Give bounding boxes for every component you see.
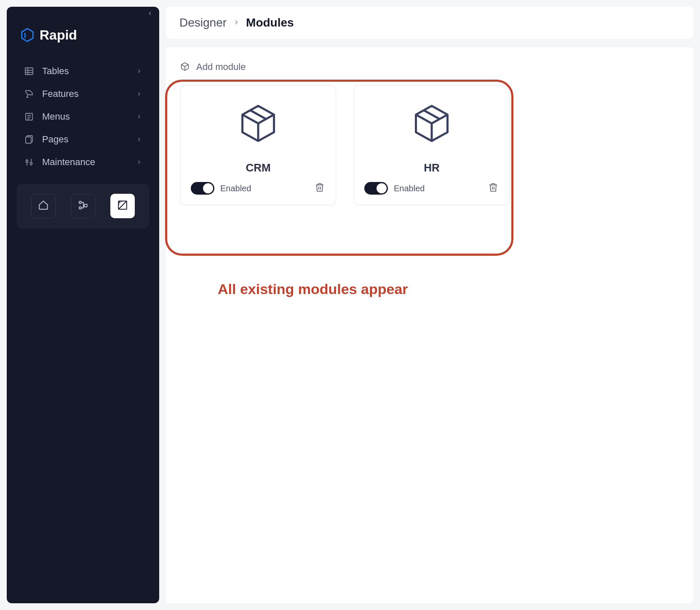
brand-name: Rapid <box>40 27 77 43</box>
module-enabled-toggle[interactable] <box>191 182 214 195</box>
module-card-hr[interactable]: HR Enabled <box>354 85 510 205</box>
breadcrumb-current: Modules <box>246 16 294 29</box>
pages-icon <box>24 134 35 145</box>
module-footer: Enabled <box>191 182 326 195</box>
sidebar-item-features[interactable]: Features <box>15 83 151 105</box>
module-status-label: Enabled <box>394 184 481 193</box>
sidebar-item-pages[interactable]: Pages <box>15 128 151 151</box>
trash-icon <box>315 182 325 194</box>
module-title: HR <box>424 161 440 174</box>
chevron-right-icon <box>232 17 240 29</box>
trash-icon <box>488 182 498 194</box>
chevron-right-icon <box>136 68 142 75</box>
footer-home-button[interactable] <box>31 194 56 218</box>
sidebar-item-label: Menus <box>42 111 136 122</box>
module-footer: Enabled <box>364 182 499 195</box>
sidebar-collapse-button[interactable] <box>145 8 155 19</box>
add-module-label: Add module <box>196 62 246 72</box>
home-icon <box>38 200 49 212</box>
svg-rect-1 <box>25 68 33 75</box>
breadcrumb-root[interactable]: Designer <box>179 16 227 29</box>
rapid-logo-icon <box>19 27 35 43</box>
module-title: CRM <box>246 161 270 174</box>
menus-icon <box>24 111 35 122</box>
svg-marker-0 <box>22 29 33 41</box>
chevron-right-icon <box>136 91 142 97</box>
workflow-icon <box>77 200 88 212</box>
sidebar-item-label: Features <box>42 88 136 99</box>
sidebar-item-menus[interactable]: Menus <box>15 105 151 128</box>
box-icon <box>180 62 190 72</box>
footer-designer-button[interactable] <box>110 194 135 218</box>
sidebar-item-tables[interactable]: Tables <box>15 60 151 83</box>
sidebar-item-label: Pages <box>42 134 136 145</box>
svg-point-18 <box>79 207 81 209</box>
features-icon <box>24 88 35 99</box>
tables-icon <box>24 66 35 77</box>
sidebar-nav: Tables Features <box>7 60 159 174</box>
svg-point-14 <box>26 161 28 163</box>
chevron-right-icon <box>136 159 142 166</box>
module-card-crm[interactable]: CRM Enabled <box>180 85 336 205</box>
sidebar-footer <box>17 184 149 228</box>
module-enabled-toggle[interactable] <box>364 182 388 195</box>
maintenance-icon <box>24 157 35 168</box>
chevron-right-icon <box>136 136 142 143</box>
modules-grid: CRM Enabled <box>180 85 679 205</box>
add-module-button[interactable]: Add module <box>180 60 679 74</box>
sidebar-item-label: Maintenance <box>42 157 136 168</box>
svg-point-17 <box>79 201 81 203</box>
package-icon <box>411 102 453 144</box>
svg-rect-19 <box>84 204 87 207</box>
module-delete-button[interactable] <box>314 182 326 194</box>
sidebar-item-maintenance[interactable]: Maintenance <box>15 151 151 174</box>
breadcrumb: Designer Modules <box>166 7 693 39</box>
content-area: Add module CRM <box>166 47 693 603</box>
sidebar-item-label: Tables <box>42 66 136 77</box>
designer-icon <box>117 200 128 212</box>
svg-rect-12 <box>26 137 31 143</box>
module-delete-button[interactable] <box>487 182 499 194</box>
brand-logo[interactable]: Rapid <box>7 15 159 60</box>
sidebar: Rapid Tables <box>7 7 159 603</box>
module-status-label: Enabled <box>220 184 308 193</box>
package-icon <box>237 102 279 144</box>
svg-point-16 <box>30 163 32 165</box>
chevron-right-icon <box>136 113 142 120</box>
footer-workflow-button[interactable] <box>71 194 95 218</box>
main-content: Designer Modules Add module <box>166 0 700 610</box>
